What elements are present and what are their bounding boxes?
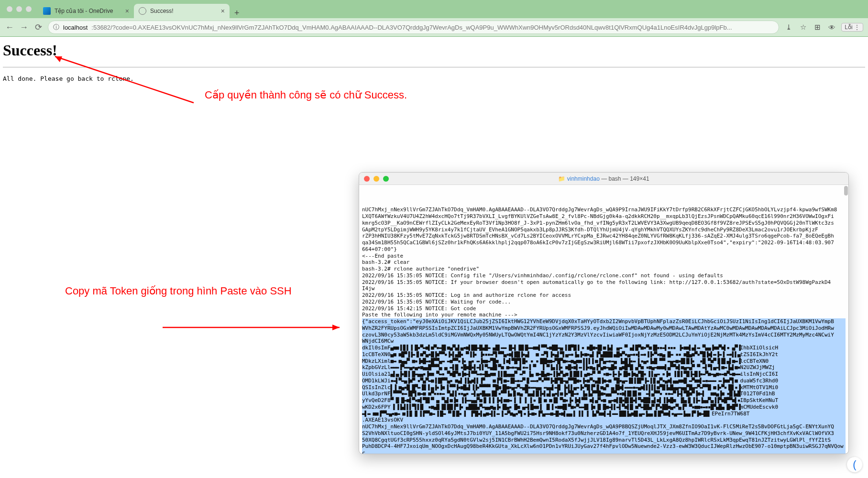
page-content: Success! All done. Please go back to rcl… (0, 37, 868, 87)
tab-title: Tệp của tôi - OneDrive (55, 8, 121, 14)
folder-icon: 📁 vinhminhdao (558, 175, 599, 182)
annotation-success: Cấp quyền thành công sẽ có chữ Success. (205, 89, 407, 101)
browser-toolbar: ← → ⟳ ⓘ localhost :53682/?code=0.AXEAE13… (0, 18, 868, 36)
onedrive-icon (43, 7, 51, 15)
address-path: :53682/?code=0.AXEAE13vsOKVnUC7hMxj_nNex… (91, 24, 774, 31)
terminal-title: 📁 vinhminhdao — bash — 149×41 (359, 175, 848, 182)
page-heading: Success! (3, 42, 865, 59)
menu-icon: ⋮ (854, 24, 860, 31)
tab-success[interactable]: Success! × (134, 4, 230, 18)
annotation-copy-token: Copy mã Token giống trong hình Paste vào… (65, 285, 292, 297)
minimize-window-icon[interactable] (16, 6, 22, 12)
forward-button[interactable]: → (19, 22, 29, 33)
eye-icon[interactable]: 👁 (827, 22, 836, 32)
arrow-to-terminal (163, 320, 354, 335)
maximize-window-icon[interactable] (26, 6, 32, 12)
svg-marker-3 (332, 325, 340, 330)
tab-strip: Tệp của tôi - OneDrive × Success! × + (0, 0, 868, 18)
window-traffic-lights (7, 6, 32, 12)
extensions-icon[interactable]: ⊞ (813, 22, 822, 32)
install-icon[interactable]: ⤓ (784, 22, 793, 32)
tab-onedrive[interactable]: Tệp của tôi - OneDrive × (38, 4, 134, 18)
error-badge[interactable]: Lỗi ⋮ (841, 23, 863, 32)
toolbar-right: ⤓ ☆ ⊞ 👁 Lỗi ⋮ (784, 22, 863, 32)
scrollbar-thumb[interactable] (844, 186, 848, 196)
bookmark-star-icon[interactable]: ☆ (798, 22, 808, 32)
close-tab-icon[interactable]: × (125, 7, 129, 15)
divider (3, 67, 865, 67)
close-tab-icon[interactable]: × (221, 7, 225, 15)
browser-chrome: Tệp của tôi - OneDrive × Success! × + ← … (0, 0, 868, 37)
site-info-icon[interactable]: ⓘ (53, 23, 59, 32)
close-window-icon[interactable] (7, 6, 12, 12)
new-tab-button[interactable]: + (230, 8, 244, 18)
tab-title: Success! (150, 8, 217, 14)
globe-icon (139, 7, 146, 15)
address-bar[interactable]: ⓘ localhost :53682/?code=0.AXEAE13vsOKVn… (48, 21, 779, 34)
terminal-titlebar[interactable]: 📁 vinhminhdao — bash — 149×41 (359, 173, 848, 185)
rclone-message: All done. Please go back to rclone. (3, 75, 865, 82)
terminal-window: 📁 vinhminhdao — bash — 149×41 nUC7hMxj_n… (359, 172, 849, 454)
terminal-body[interactable]: nUC7hMxj_nNex9llVrGm7ZJAhTkO7Ddq_VmHAM0.… (359, 185, 848, 454)
address-host: localhost (63, 24, 88, 31)
reader-badge-icon[interactable]: ( (847, 457, 862, 472)
reload-button[interactable]: ⟳ (33, 22, 43, 33)
back-button[interactable]: ← (5, 22, 14, 33)
